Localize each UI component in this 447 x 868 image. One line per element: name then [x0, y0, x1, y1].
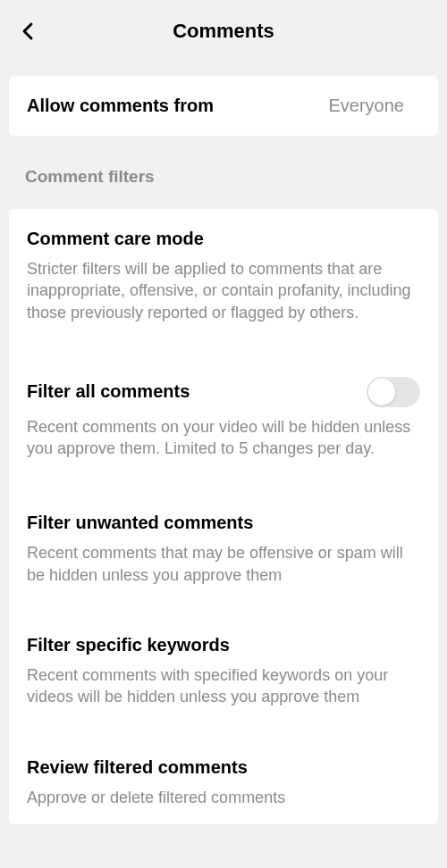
row-review-filtered-comments[interactable]: Review filtered comments Approve or dele… — [9, 738, 438, 824]
row-desc: Recent comments with specified keywords … — [27, 664, 420, 708]
allow-comments-row[interactable]: Allow comments from Everyone — [9, 76, 438, 136]
allow-comments-value: Everyone — [329, 96, 405, 116]
page-title: Comments — [173, 20, 274, 43]
chevron-right-icon — [409, 98, 420, 114]
toggle-knob — [368, 379, 395, 405]
row-title: Filter specific keywords — [27, 635, 230, 655]
chevron-right-icon — [409, 231, 420, 247]
row-desc: Recent comments that may be offensive or… — [27, 542, 420, 586]
row-title: Review filtered comments — [27, 757, 248, 778]
row-filter-all-comments: Filter all comments Recent comments on y… — [9, 357, 438, 476]
back-button[interactable] — [16, 19, 41, 44]
section-header-comment-filters: Comment filters — [0, 136, 447, 196]
chevron-left-icon — [18, 21, 39, 42]
row-comment-care-mode[interactable]: Comment care mode Stricter filters will … — [9, 209, 438, 339]
chevron-right-icon — [409, 759, 420, 775]
chevron-right-icon — [409, 515, 420, 531]
row-desc: Approve or delete filtered comments — [27, 787, 420, 808]
allow-comments-card: Allow comments from Everyone — [9, 76, 438, 136]
row-desc: Stricter filters will be applied to comm… — [27, 258, 420, 323]
header: Comments — [0, 0, 447, 63]
filter-all-comments-toggle[interactable] — [367, 377, 420, 407]
row-title: Filter all comments — [27, 381, 190, 402]
row-desc: Recent comments on your video will be hi… — [27, 416, 420, 460]
row-title: Filter unwanted comments — [27, 513, 253, 533]
allow-comments-label: Allow comments from — [27, 96, 329, 116]
chevron-right-icon — [409, 638, 420, 654]
row-title: Comment care mode — [27, 229, 204, 249]
row-filter-specific-keywords[interactable]: Filter specific keywords Recent comments… — [9, 615, 438, 724]
row-filter-unwanted-comments[interactable]: Filter unwanted comments Recent comments… — [9, 493, 438, 602]
comment-filters-card: Comment care mode Stricter filters will … — [9, 209, 438, 824]
